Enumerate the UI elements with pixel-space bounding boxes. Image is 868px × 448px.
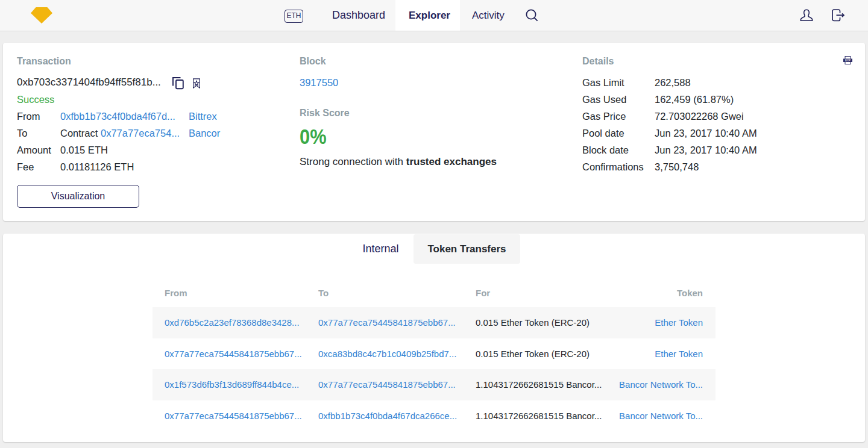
svg-text:EXP: EXP	[845, 59, 851, 62]
